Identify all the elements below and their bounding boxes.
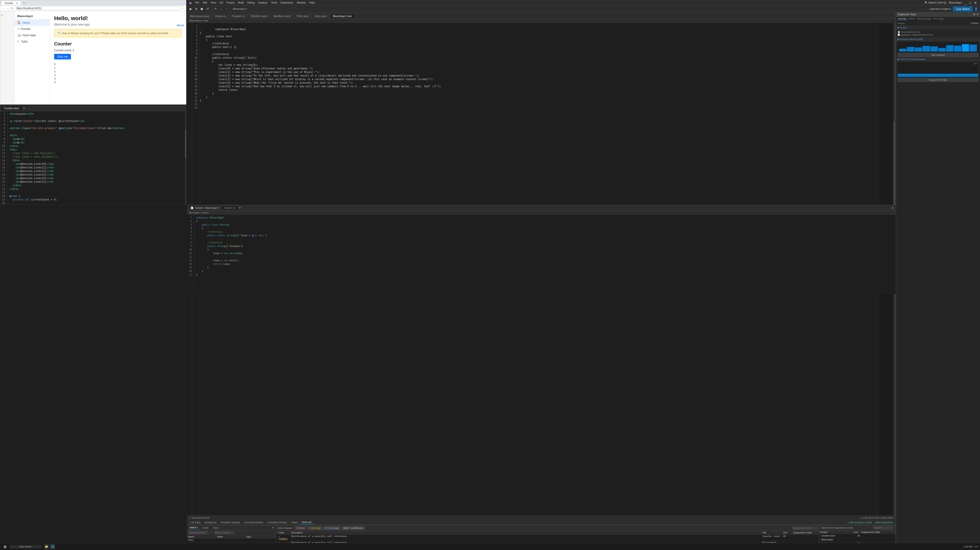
process-selector[interactable]: BlazorApp1 ▾ bbox=[232, 8, 248, 10]
browser-tab[interactable]: Counter ✕ bbox=[2, 1, 21, 5]
nav-item-counter[interactable]: + Counter bbox=[14, 26, 50, 32]
tab-navmenu[interactable]: NavMenu.razor bbox=[270, 14, 293, 18]
toolbar-restart[interactable]: ↺ bbox=[205, 6, 210, 11]
record-cpu-btn[interactable]: Record CPU Profile bbox=[897, 78, 978, 82]
err-right-search[interactable] bbox=[873, 526, 894, 529]
tab-program[interactable]: Program.cs bbox=[229, 14, 248, 18]
error-row-1[interactable]: ⚠ CS8602 Dereference of a possibly null … bbox=[277, 535, 819, 541]
menu-project[interactable]: Project bbox=[225, 1, 236, 5]
cpu-section[interactable]: ▶ CPU (% of all processes) bbox=[896, 57, 980, 61]
bookmark-btn[interactable]: ☆ bbox=[181, 6, 184, 10]
new-tab-btn[interactable]: + bbox=[22, 1, 27, 5]
menu-analyze[interactable]: Analyze bbox=[257, 1, 269, 5]
watch-tab-autos[interactable]: Autos bbox=[211, 526, 220, 529]
diag-close-icon[interactable]: ✕ bbox=[977, 13, 978, 16]
watch-search-input[interactable] bbox=[188, 531, 208, 534]
tab-mainlayout[interactable]: MainLayout.razor bbox=[187, 14, 212, 18]
application-insights[interactable]: Application Insights ▾ bbox=[928, 8, 953, 10]
build-btn[interactable]: Build + IntelliSense bbox=[342, 526, 365, 530]
menu-edit[interactable]: Edit bbox=[201, 1, 208, 5]
code-text[interactable]: <h3>Counter</h3> <p role="status">Curren… bbox=[7, 111, 185, 205]
min-btn[interactable]: _ bbox=[964, 1, 968, 5]
about-link[interactable]: About bbox=[177, 24, 184, 27]
tab-thebus[interactable]: thebus.cs bbox=[212, 14, 229, 18]
tab-todo[interactable]: ToDo.razor bbox=[293, 14, 312, 18]
toolbar-stop[interactable]: ⏹ bbox=[199, 6, 204, 11]
take-snapshot-btn[interactable]: Take Snapshot bbox=[897, 53, 978, 57]
show-events-label[interactable]: Show Events (0 of 0) bbox=[901, 31, 920, 33]
back-btn[interactable]: ← bbox=[2, 6, 5, 10]
close-btn[interactable]: ✕ bbox=[973, 1, 978, 5]
live-share-btn[interactable]: Live Share bbox=[953, 6, 973, 11]
address-input[interactable] bbox=[14, 6, 180, 10]
search-box[interactable]: 🔍 Search (Ctrl+Q) bbox=[924, 1, 947, 4]
watch-add[interactable]: + bbox=[210, 531, 213, 534]
tab-command[interactable]: Command Window bbox=[242, 521, 266, 524]
menu-build[interactable]: Build bbox=[237, 1, 245, 5]
session-code-text[interactable]: namespace BlazorApp1 { public class Sess… bbox=[194, 215, 896, 294]
error-search[interactable] bbox=[792, 526, 818, 530]
gutter-line[interactable] bbox=[187, 35, 192, 38]
add-source-control[interactable]: + Add to Source Control bbox=[846, 521, 873, 524]
menu-file[interactable]: File bbox=[193, 1, 200, 5]
watch-tab-1[interactable]: Watch 1 bbox=[188, 526, 200, 529]
menu-extensions[interactable]: Extensions bbox=[279, 1, 294, 5]
forward-btn[interactable]: → bbox=[6, 6, 10, 10]
watch-close[interactable]: ✕ bbox=[271, 526, 275, 529]
app-insights-label[interactable]: Application Insights Events (0 of 0) bbox=[901, 34, 932, 36]
err-right-row-2[interactable]: BlazorApp1 bbox=[819, 538, 896, 542]
gutter-line[interactable] bbox=[187, 31, 192, 35]
watch-tab-locals[interactable]: Locals bbox=[200, 526, 210, 529]
close-tab-btn[interactable]: ✕ bbox=[23, 107, 25, 110]
menu-git[interactable]: Git bbox=[218, 1, 224, 5]
tab-immediate[interactable]: Immediate Window bbox=[266, 521, 289, 524]
tab-todoitem[interactable]: ToDoltem.razor bbox=[248, 14, 270, 18]
user-icon[interactable]: 👤 bbox=[973, 7, 979, 11]
tab-blazorapp-user[interactable]: BlazorApp1.User bbox=[330, 14, 355, 18]
nav-item-fetchdata[interactable]: 📊 Fetch data bbox=[14, 32, 50, 38]
summary-tab-events[interactable]: Events bbox=[908, 17, 915, 21]
toolbar-step-out[interactable]: ↑ bbox=[224, 6, 229, 11]
warnings-btn[interactable]: 1 Warnings bbox=[307, 526, 322, 530]
memory-section[interactable]: ▶ Process Memory (MB) bbox=[896, 38, 980, 41]
toolbar-step-over[interactable]: ↷ bbox=[213, 6, 218, 11]
counter-razor-tab[interactable]: Counter.razor bbox=[1, 107, 22, 110]
toolbar-pause[interactable]: ⏸ bbox=[194, 6, 199, 11]
taskbar-chrome-icon[interactable]: 🌐 bbox=[50, 544, 55, 549]
tab-exception[interactable]: Exception Settings bbox=[219, 521, 242, 524]
taskbar-vs-icon[interactable]: 📁 bbox=[44, 544, 49, 549]
session-cs-tab[interactable]: Session.cs bbox=[222, 206, 239, 210]
toolbar-step-into[interactable]: ↓ bbox=[218, 6, 224, 11]
watch-source-search[interactable] bbox=[214, 531, 234, 534]
gutter-line[interactable] bbox=[187, 24, 192, 27]
tab-errorlist[interactable]: Error List bbox=[300, 520, 313, 525]
summary-tab-memory[interactable]: Memory Usage bbox=[916, 17, 932, 21]
click-me-button[interactable]: Click me bbox=[54, 54, 71, 59]
menu-window[interactable]: Window bbox=[295, 1, 307, 5]
menu-view[interactable]: View bbox=[209, 1, 218, 5]
watch-row[interactable]: this bbox=[187, 539, 276, 542]
events-section[interactable]: ▶ Events bbox=[896, 26, 980, 30]
tab-index[interactable]: index.razor bbox=[312, 14, 330, 18]
tab-output[interactable]: Output bbox=[289, 521, 300, 524]
toolbar-debug-start[interactable]: ▶ bbox=[188, 6, 193, 11]
search-taskbar[interactable]: here search bbox=[9, 545, 42, 548]
summary-tab-summary[interactable]: Summary bbox=[897, 17, 907, 21]
start-btn[interactable]: ⊞ bbox=[2, 545, 8, 549]
tab-callstack[interactable]: Call Stack bbox=[188, 521, 203, 524]
diag-settings-icon[interactable]: ⚙ bbox=[973, 13, 975, 16]
session-actions[interactable]: ⊞ bbox=[891, 207, 895, 209]
menu-tools[interactable]: Tools bbox=[269, 1, 278, 5]
gutter-line[interactable] bbox=[187, 27, 192, 31]
max-btn[interactable]: □ bbox=[968, 1, 972, 5]
session-tab-close[interactable]: ✕ bbox=[239, 207, 241, 209]
scroll-indicator[interactable] bbox=[185, 111, 186, 205]
nav-item-home[interactable]: 🏠 Home bbox=[14, 19, 50, 26]
menu-debug[interactable]: Debug bbox=[246, 1, 256, 5]
select-repository[interactable]: Select Repository bbox=[873, 521, 894, 524]
errors-btn[interactable]: 0 Errors bbox=[294, 526, 306, 530]
tab-breakpoints[interactable]: Breakpoints bbox=[203, 521, 219, 524]
messages-btn[interactable]: 0f 1 Message bbox=[323, 526, 341, 530]
nav-item-todo[interactable]: ✓ ToDo bbox=[14, 38, 50, 45]
browser-tab-close[interactable]: ✕ bbox=[16, 2, 18, 5]
